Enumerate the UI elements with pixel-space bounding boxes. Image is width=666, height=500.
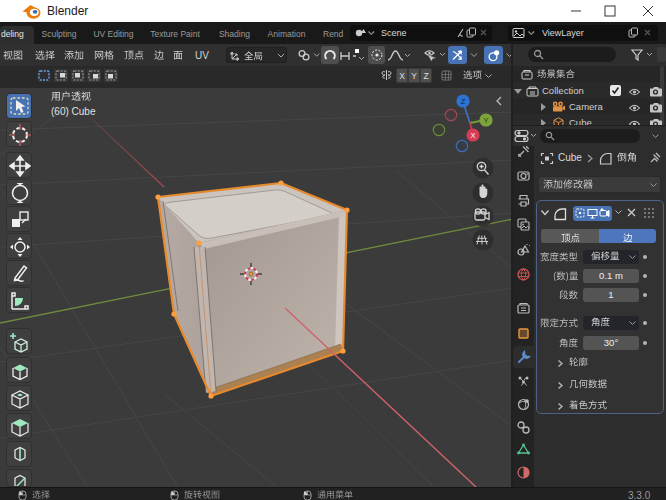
svg-text:X: X bbox=[470, 131, 475, 140]
svg-text:Y: Y bbox=[483, 116, 488, 125]
svg-text:Z: Z bbox=[461, 97, 466, 106]
